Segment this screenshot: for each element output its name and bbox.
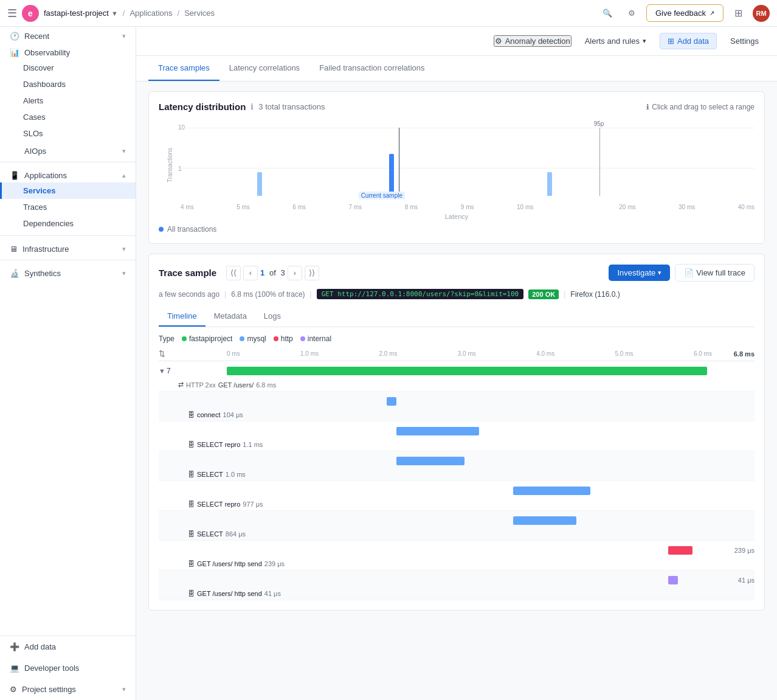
sidebar-item-alerts[interactable]: Alerts — [0, 92, 136, 109]
fastapi-dot — [182, 336, 187, 341]
add-data-toolbar-icon: ⊞ — [668, 36, 674, 46]
trace-prev-button[interactable]: ‹ — [243, 266, 258, 280]
sidebar-project-settings[interactable]: ⚙ Project settings ▾ — [0, 679, 136, 700]
sub-tab-timeline[interactable]: Timeline — [159, 307, 205, 327]
anomaly-detection-button[interactable]: ⚙ Anomaly detection — [494, 35, 572, 47]
legend-mysql: mysql — [240, 334, 266, 343]
infrastructure-icon: 🖥 — [10, 244, 18, 254]
sidebar-developer-tools[interactable]: 💻 Developer tools — [0, 657, 136, 679]
sidebar-item-services[interactable]: Services — [0, 182, 136, 199]
trace-duration: 6.8 ms (100% of trace) — [231, 290, 305, 299]
sidebar-item-slos[interactable]: SLOs — [0, 125, 136, 142]
db-icon-4: 🗄 — [188, 501, 195, 508]
bar-0 — [227, 367, 707, 375]
infrastructure-chevron-icon: ▾ — [122, 245, 126, 253]
alerts-rules-button[interactable]: Alerts and rules ▾ — [579, 33, 652, 49]
timeline-container: ⇅ 0 ms 1.0 ms 2.0 ms 3.0 ms 4.0 ms 5.0 m… — [159, 349, 755, 600]
tab-latency-correlations[interactable]: Latency correlations — [219, 56, 309, 81]
status-code-badge: 200 OK — [528, 289, 559, 299]
add-data-button[interactable]: ⊞ Add data — [660, 33, 717, 49]
timeline-row-5: 🗄 SELECT 864 μs — [159, 511, 755, 541]
breadcrumb-services: Services — [184, 9, 215, 18]
sidebar-divider2 — [0, 235, 136, 236]
timeline-row-4: 🗄 SELECT repro 977 μs — [159, 481, 755, 511]
sidebar-item-traces[interactable]: Traces — [0, 199, 136, 215]
legend-fastapiproject: fastapiproject — [182, 334, 232, 343]
timeline-row-0: ▼ 7 ⇄ HTTP 2xx GET /user — [159, 361, 755, 392]
applications-icon: 📱 — [10, 171, 19, 180]
sub-tab-metadata[interactable]: Metadata — [205, 307, 255, 327]
row-7-detail: 🗄 GET /users/ http send 41 μs — [159, 590, 755, 600]
x-axis-labels: 4 ms 5 ms 6 ms 7 ms 8 ms 9 ms 10 ms 20 m… — [181, 204, 755, 210]
trace-next-button[interactable]: › — [288, 266, 302, 280]
trace-of: of — [267, 268, 278, 277]
95p-line — [599, 128, 600, 196]
sidebar-section-observability[interactable]: 📊 Observability — [0, 43, 136, 60]
expand-collapse-icon[interactable]: ⇅ — [159, 349, 165, 358]
bar-area-2 — [227, 425, 712, 437]
bar-area-4 — [227, 485, 712, 497]
aiops-chevron-icon: ▾ — [122, 147, 126, 155]
view-full-trace-button[interactable]: 📄 View full trace — [675, 264, 755, 282]
search-icon[interactable]: 🔍 — [598, 4, 617, 23]
sub-tab-logs[interactable]: Logs — [255, 307, 289, 327]
chart-plot[interactable]: 10 1 — [181, 119, 755, 210]
investigate-button[interactable]: Investigate ▾ — [609, 265, 670, 281]
sidebar-item-dashboards[interactable]: Dashboards — [0, 76, 136, 92]
bar-area-5 — [227, 515, 712, 527]
top-nav: ☰ e fastapi-test-project ▼ / Application… — [0, 0, 777, 27]
http-dot — [274, 336, 278, 341]
timeline-row-6: 239 μs 🗄 GET /users/ http send 239 μs — [159, 541, 755, 570]
all-transactions-dot — [159, 227, 164, 232]
row-0-detail: ⇄ HTTP 2xx GET /users/ 6.8 ms — [159, 381, 755, 391]
timeline-total: 6.8 ms — [712, 350, 755, 358]
settings-icon[interactable]: ⚙ — [622, 4, 641, 23]
add-data-icon: ➕ — [10, 642, 19, 651]
sidebar-item-dependencies[interactable]: Dependencies — [0, 215, 136, 232]
sidebar-section-recent[interactable]: 🕐 Recent ▾ — [0, 27, 136, 43]
chart-container: Transactions 10 1 — [159, 119, 755, 210]
hamburger-icon[interactable]: ☰ — [7, 7, 17, 20]
expand-icon-0[interactable]: ▼ — [159, 367, 165, 375]
sidebar-section-aiops[interactable]: AIOps ▾ — [0, 142, 136, 158]
timeline-row-1: 🗄 connect 104 μs — [159, 392, 755, 421]
alerts-chevron-icon: ▾ — [643, 37, 646, 45]
project-name[interactable]: fastapi-test-project ▼ — [44, 9, 118, 18]
main-content-area: Latency distribution ℹ 3 total transacti… — [136, 81, 777, 700]
sidebar-item-discover[interactable]: Discover — [0, 60, 136, 76]
internal-dot — [300, 336, 305, 341]
timeline-row-3: 🗄 SELECT 1.0 ms — [159, 451, 755, 481]
sidebar: 🕐 Recent ▾ 📊 Observability Discover Dash… — [0, 27, 136, 700]
give-feedback-button[interactable]: Give feedback ↗ — [646, 4, 723, 22]
trace-last-button[interactable]: ⟩⟩ — [305, 266, 319, 280]
sidebar-add-data[interactable]: ➕ Add data — [0, 636, 136, 657]
type-legend: Type fastapiproject mysql http — [159, 334, 755, 343]
tab-failed-transaction[interactable]: Failed transaction correlations — [309, 56, 434, 81]
browser-info: Firefox (116.0.) — [570, 290, 620, 299]
trace-meta: a few seconds ago | 6.8 ms (100% of trac… — [159, 289, 755, 299]
sub-tab-bar: Timeline Metadata Logs — [159, 307, 755, 327]
tab-trace-samples[interactable]: Trace samples — [148, 56, 219, 81]
observability-icon: 📊 — [10, 48, 19, 57]
breadcrumb-applications[interactable]: Applications — [130, 9, 172, 18]
recent-chevron-icon: ▾ — [122, 32, 126, 40]
trace-sample-header: Trace sample ⟨⟨ ‹ 1 of 3 › ⟩⟩ Investigat… — [159, 264, 755, 282]
extensions-icon[interactable]: ⊞ — [728, 4, 748, 23]
trace-icon: 📄 — [684, 268, 694, 277]
trace-nav: ⟨⟨ ‹ 1 of 3 › ⟩⟩ — [226, 266, 319, 280]
http-icon-6: 🗄 — [188, 560, 195, 567]
http-icon-7: 🗄 — [188, 590, 195, 597]
settings-button[interactable]: Settings — [724, 33, 765, 49]
sidebar-section-applications[interactable]: 📱 Applications ▴ — [0, 166, 136, 182]
row-4-detail: 🗄 SELECT repro 977 μs — [159, 501, 755, 510]
sidebar-section-synthetics[interactable]: 🔬 Synthetics ▾ — [0, 264, 136, 280]
sidebar-item-cases[interactable]: Cases — [0, 109, 136, 125]
sidebar-divider3 — [0, 260, 136, 260]
main-toolbar: ⚙ Anomaly detection Alerts and rules ▾ ⊞… — [136, 27, 777, 56]
trace-first-button[interactable]: ⟨⟨ — [226, 266, 241, 280]
current-sample-label: Current sample — [359, 192, 405, 199]
bar-5 — [513, 516, 576, 525]
info-icon2: ℹ — [646, 103, 649, 111]
sidebar-section-infrastructure[interactable]: 🖥 Infrastructure ▾ — [0, 240, 136, 256]
avatar[interactable]: RM — [753, 5, 770, 22]
